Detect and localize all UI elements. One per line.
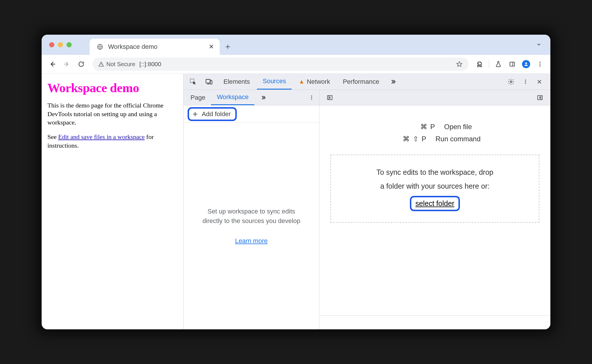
shortcut-run-command: ⌘ ⇧ P Run command [389, 135, 480, 143]
profile-button[interactable] [520, 58, 532, 70]
security-indicator[interactable]: Not Secure [98, 61, 135, 68]
rendered-page: Workspace demo This is the demo page for… [42, 74, 183, 329]
globe-icon [97, 43, 103, 50]
page-heading: Workspace demo [47, 81, 177, 95]
devtools-menu-button[interactable] [519, 79, 532, 85]
shortcut-keys: ⌘ ⇧ P [389, 135, 427, 143]
browser-toolbar: Not Secure [::]:8000 [42, 55, 550, 74]
svg-point-11 [525, 81, 526, 82]
workspace-help: Set up workspace to sync edits directly … [184, 123, 319, 329]
collapse-debugger-button[interactable] [533, 94, 547, 101]
devtools-tabbar: Elements Sources ▲ Network Performance [184, 74, 550, 90]
tab-elements[interactable]: Elements [218, 74, 256, 90]
page-link[interactable]: Edit and save files in a workspace [58, 133, 145, 140]
workspace-hint-text: Set up workspace to sync edits directly … [198, 207, 305, 226]
page-paragraph-2: See Edit and save files in a workspace f… [47, 133, 177, 150]
reload-button[interactable] [75, 58, 87, 70]
browser-tab[interactable]: Workspace demo ✕ [90, 39, 220, 55]
browser-window: Workspace demo ✕ ＋ Not Secure [::]:8000 [42, 35, 550, 329]
tab-performance[interactable]: Performance [337, 74, 385, 90]
select-folder-button[interactable]: select folder [410, 196, 460, 211]
dropzone-line2: a folder with your sources here or: [340, 179, 530, 193]
subtab-workspace[interactable]: Workspace [211, 90, 254, 105]
devtools-body: Page Workspace [184, 90, 550, 329]
close-tab-button[interactable]: ✕ [209, 43, 214, 51]
navigator-tabs: Page Workspace [184, 90, 319, 105]
learn-more-link[interactable]: Learn more [235, 236, 268, 246]
more-tabs-button[interactable] [386, 74, 400, 90]
svg-point-5 [539, 66, 541, 67]
add-folder-button[interactable]: Add folder [188, 107, 237, 121]
svg-point-2 [525, 62, 527, 64]
toolbar-separator [489, 60, 489, 68]
editor-footer [319, 315, 550, 329]
forward-button[interactable] [61, 58, 73, 70]
shortcut-keys: ⌘ P [398, 123, 435, 131]
url-text: [::]:8000 [139, 61, 452, 68]
window-controls [49, 42, 72, 47]
inspect-element-button[interactable] [186, 74, 200, 90]
content-area: Workspace demo This is the demo page for… [42, 74, 550, 329]
address-bar[interactable]: Not Secure [::]:8000 [92, 57, 469, 71]
extensions-button[interactable] [474, 58, 485, 70]
devtools-panel: Elements Sources ▲ Network Performance [183, 74, 550, 329]
page-paragraph-1: This is the demo page for the official C… [47, 101, 177, 127]
tab-strip: Workspace demo ✕ ＋ [42, 35, 550, 55]
add-folder-row: Add folder [184, 105, 319, 123]
add-folder-label: Add folder [202, 110, 231, 118]
svg-point-15 [311, 99, 312, 100]
shortcut-label: Open file [444, 123, 472, 131]
subtab-page[interactable]: Page [185, 90, 211, 105]
plus-icon [192, 111, 198, 117]
svg-point-12 [525, 83, 526, 84]
svg-point-10 [525, 79, 526, 80]
svg-rect-7 [206, 79, 210, 83]
svg-point-4 [539, 64, 541, 65]
close-window-button[interactable] [49, 42, 54, 47]
editor-toolbar [319, 90, 550, 105]
security-label: Not Secure [106, 61, 135, 68]
tab-sources[interactable]: Sources [257, 74, 292, 90]
sources-navigator: Page Workspace [184, 90, 319, 329]
editor-empty-state: ⌘ P Open file ⌘ ⇧ P Run command To sync … [319, 105, 550, 315]
navigator-menu-button[interactable] [305, 95, 318, 101]
shortcut-label: Run command [435, 135, 480, 143]
shortcut-open-file: ⌘ P Open file [398, 123, 472, 131]
new-tab-button[interactable]: ＋ [224, 41, 232, 52]
tab-title: Workspace demo [108, 43, 204, 51]
workspace-dropzone[interactable]: To sync edits to the workspace, drop a f… [330, 155, 539, 223]
svg-rect-8 [210, 80, 212, 84]
collapse-navigator-button[interactable] [323, 94, 337, 101]
svg-point-9 [510, 81, 512, 83]
sources-editor: ⌘ P Open file ⌘ ⇧ P Run command To sync … [319, 90, 550, 329]
svg-point-13 [311, 95, 312, 96]
dropzone-line1: To sync edits to the workspace, drop [340, 166, 530, 179]
shortcuts-list: ⌘ P Open file ⌘ ⇧ P Run command [330, 123, 539, 143]
sidepanel-button[interactable] [506, 58, 518, 70]
svg-point-3 [539, 62, 541, 63]
settings-button[interactable] [504, 78, 518, 85]
tabs-menu-button[interactable] [533, 39, 545, 50]
svg-point-14 [311, 97, 312, 98]
more-subtabs-button[interactable] [254, 90, 272, 105]
warning-icon: ▲ [299, 78, 304, 85]
back-button[interactable] [46, 58, 58, 70]
minimize-window-button[interactable] [58, 42, 63, 47]
device-toolbar-button[interactable] [201, 74, 217, 90]
tab-network[interactable]: ▲ Network [293, 74, 336, 90]
close-devtools-button[interactable] [533, 79, 546, 85]
avatar-icon [522, 60, 530, 68]
maximize-window-button[interactable] [66, 42, 72, 47]
bookmark-icon[interactable] [456, 61, 463, 68]
browser-menu-button[interactable] [534, 58, 546, 70]
labs-button[interactable] [493, 58, 504, 70]
svg-rect-1 [510, 62, 515, 66]
